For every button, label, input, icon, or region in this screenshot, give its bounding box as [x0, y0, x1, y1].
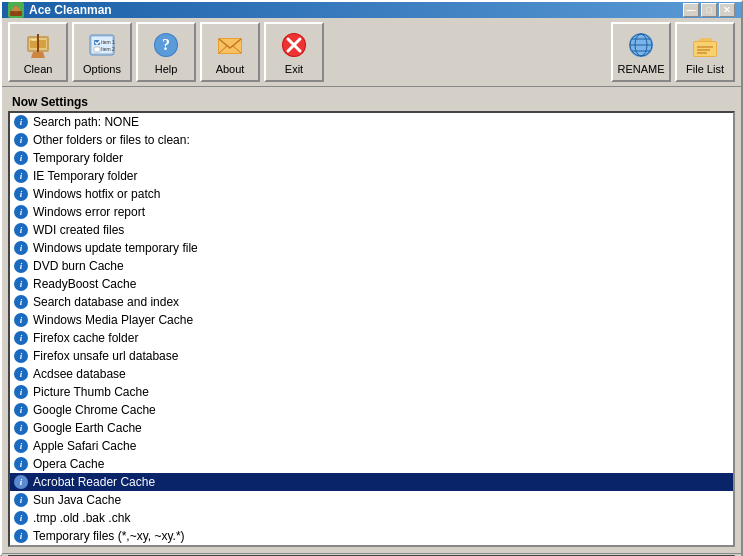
clean-button[interactable]: Clean: [8, 22, 68, 82]
filelist-button[interactable]: File List: [675, 22, 735, 82]
list-item[interactable]: i Windows update temporary file: [10, 239, 733, 257]
info-icon: i: [14, 511, 28, 525]
item-text: Windows update temporary file: [33, 241, 198, 255]
content-area: Now Settings iSearch path: NONEiOther fo…: [2, 87, 741, 553]
item-text: Other folders or files to clean:: [33, 133, 190, 147]
list-item[interactable]: i ReadyBoost Cache: [10, 275, 733, 293]
item-text: Sun Java Cache: [33, 493, 121, 507]
info-icon: i: [14, 187, 28, 201]
info-icon: i: [14, 457, 28, 471]
list-item[interactable]: i Sun Java Cache: [10, 491, 733, 509]
item-text: Windows Media Player Cache: [33, 313, 193, 327]
item-text: Search database and index: [33, 295, 179, 309]
info-icon: i: [14, 349, 28, 363]
list-item[interactable]: i Windows hotfix or patch: [10, 185, 733, 203]
help-label: Help: [155, 63, 178, 75]
list-item[interactable]: i Apple Safari Cache: [10, 437, 733, 455]
item-text: Apple Safari Cache: [33, 439, 136, 453]
clean-label: Clean: [24, 63, 53, 75]
titlebar: Ace Cleanman — □ ✕: [2, 2, 741, 18]
titlebar-left: Ace Cleanman: [8, 2, 112, 18]
list-item[interactable]: iOther folders or files to clean:: [10, 131, 733, 149]
close-button[interactable]: ✕: [719, 3, 735, 17]
exit-button[interactable]: Exit: [264, 22, 324, 82]
info-icon: i: [14, 133, 28, 147]
item-text: ReadyBoost Cache: [33, 277, 136, 291]
info-icon: i: [14, 313, 28, 327]
svg-text:?: ?: [162, 36, 170, 53]
item-text: Firefox unsafe url database: [33, 349, 178, 363]
info-icon: i: [14, 115, 28, 129]
item-text: Windows error report: [33, 205, 145, 219]
item-text: Temporary files (*,~xy, ~xy.*): [33, 529, 185, 543]
item-text: .tmp .old .bak .chk: [33, 511, 130, 525]
list-item[interactable]: i Picture Thumb Cache: [10, 383, 733, 401]
items-list[interactable]: iSearch path: NONEiOther folders or file…: [8, 111, 735, 547]
filelist-label: File List: [686, 63, 724, 75]
main-window: Ace Cleanman — □ ✕ Cl: [0, 0, 743, 556]
maximize-button[interactable]: □: [701, 3, 717, 17]
list-item[interactable]: i Temporary folder: [10, 149, 733, 167]
list-item[interactable]: i Google Chrome Cache: [10, 401, 733, 419]
svg-text:Item 1: Item 1: [101, 39, 115, 45]
item-text: Search path: NONE: [33, 115, 139, 129]
list-item[interactable]: i Windows Media Player Cache: [10, 311, 733, 329]
exit-label: Exit: [285, 63, 303, 75]
clean-icon: [22, 29, 54, 61]
item-text: Opera Cache: [33, 457, 104, 471]
list-item[interactable]: i Firefox cache folder: [10, 329, 733, 347]
svg-rect-7: [31, 39, 37, 41]
info-icon: i: [14, 475, 28, 489]
item-text: WDI created files: [33, 223, 124, 237]
rename-button[interactable]: RENAME: [611, 22, 671, 82]
list-item[interactable]: i Acrobat Reader Cache: [10, 473, 733, 491]
list-item[interactable]: i IE Temporary folder: [10, 167, 733, 185]
options-button[interactable]: Item 1 Item 2 Options: [72, 22, 132, 82]
info-icon: i: [14, 421, 28, 435]
info-icon: i: [14, 403, 28, 417]
info-icon: i: [14, 493, 28, 507]
svg-marker-6: [31, 52, 45, 58]
list-item[interactable]: iSearch path: NONE: [10, 113, 733, 131]
titlebar-controls: — □ ✕: [683, 3, 735, 17]
info-icon: i: [14, 277, 28, 291]
item-text: Google Chrome Cache: [33, 403, 156, 417]
info-icon: i: [14, 295, 28, 309]
toolbar: Clean Item 1 Item 2 Options: [2, 18, 741, 87]
list-item[interactable]: i Firefox unsafe url database: [10, 347, 733, 365]
help-button[interactable]: ? Help: [136, 22, 196, 82]
about-button[interactable]: About: [200, 22, 260, 82]
info-icon: i: [14, 529, 28, 543]
help-icon: ?: [150, 29, 182, 61]
app-icon: [8, 2, 24, 18]
list-item[interactable]: i DVD burn Cache: [10, 257, 733, 275]
list-item[interactable]: i Search database and index: [10, 293, 733, 311]
list-item[interactable]: i Google Earth Cache: [10, 419, 733, 437]
info-icon: i: [14, 169, 28, 183]
about-label: About: [216, 63, 245, 75]
info-icon: i: [14, 223, 28, 237]
minimize-button[interactable]: —: [683, 3, 699, 17]
item-text: Windows hotfix or patch: [33, 187, 160, 201]
item-text: Temporary folder: [33, 151, 123, 165]
list-item[interactable]: i Opera Cache: [10, 455, 733, 473]
options-icon: Item 1 Item 2: [86, 29, 118, 61]
item-text: Picture Thumb Cache: [33, 385, 149, 399]
rename-label: RENAME: [617, 63, 664, 75]
list-item[interactable]: i Temporary files (*,~xy, ~xy.*): [10, 527, 733, 545]
list-item[interactable]: i .tmp .old .bak .chk: [10, 509, 733, 527]
list-item[interactable]: i WDI created files: [10, 221, 733, 239]
filelist-icon: [689, 29, 721, 61]
info-icon: i: [14, 331, 28, 345]
info-icon: i: [14, 205, 28, 219]
info-icon: i: [14, 151, 28, 165]
section-label: Now Settings: [8, 93, 735, 111]
options-label: Options: [83, 63, 121, 75]
list-item[interactable]: i Acdsee database: [10, 365, 733, 383]
list-item[interactable]: i Windows error report: [10, 203, 733, 221]
item-text: Acrobat Reader Cache: [33, 475, 155, 489]
svg-rect-33: [694, 42, 716, 56]
info-icon: i: [14, 385, 28, 399]
item-text: DVD burn Cache: [33, 259, 124, 273]
svg-rect-12: [94, 47, 100, 52]
